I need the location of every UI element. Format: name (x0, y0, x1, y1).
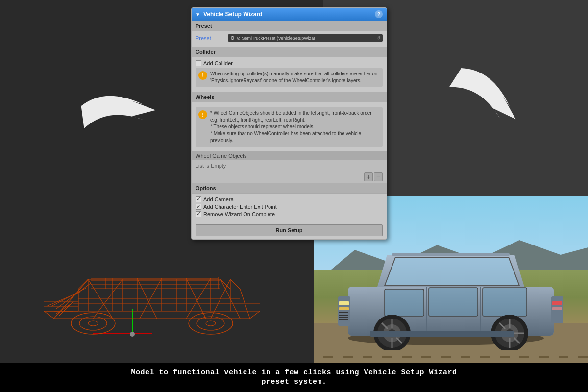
collider-warning: ! When setting up collider(s) manually m… (196, 68, 383, 87)
add-character-row: Add Character Enter Exit Point (196, 204, 383, 210)
svg-point-39 (206, 321, 216, 326)
svg-rect-75 (552, 301, 562, 305)
svg-rect-98 (392, 253, 510, 256)
road-tracks (314, 356, 588, 358)
wizard-panel: ▼ Vehicle Setup Wizard ? Preset Preset ⚙… (191, 7, 387, 240)
warning-icon-1: ! (198, 71, 207, 80)
add-camera-row: Add Camera (196, 196, 383, 202)
collider-section-content: Add Collider ! When setting up collider(… (192, 57, 387, 92)
add-collider-row: Add Collider (196, 60, 383, 66)
rendered-car-svg (328, 233, 573, 350)
svg-point-2 (130, 332, 135, 337)
reset-icon[interactable]: ↺ (376, 35, 380, 41)
svg-marker-61 (385, 257, 519, 286)
wheels-section-content: ! * Wheel GameObjects should be added in… (192, 102, 387, 151)
caption-line-1: Model to functional vehicle in a few cli… (131, 368, 457, 377)
svg-line-45 (59, 301, 74, 316)
preset-section-header: Preset (192, 21, 387, 31)
svg-point-37 (189, 313, 233, 334)
svg-rect-97 (370, 331, 514, 337)
svg-rect-63 (429, 288, 478, 316)
wireframe-car (15, 220, 289, 353)
gear-icon: ⚙ (230, 35, 235, 41)
add-wheel-button[interactable]: + (364, 172, 373, 181)
remove-wizard-checkbox[interactable] (196, 211, 201, 217)
svg-point-36 (88, 321, 98, 326)
svg-rect-70 (339, 312, 348, 313)
caption-line-2: preset system. (261, 378, 326, 386)
options-section-content: Add Camera Add Character Enter Exit Poin… (192, 194, 387, 221)
svg-line-4 (44, 311, 54, 318)
remove-wizard-label: Remove Wizard On Complete (203, 211, 275, 217)
add-collider-label: Add Collider (203, 60, 233, 66)
preset-value-text: ⊙ SemiTruckPreset (VehicleSetupWizardPre… (237, 36, 315, 41)
svg-line-9 (220, 279, 230, 289)
svg-rect-67 (338, 296, 350, 326)
add-camera-checkbox[interactable] (196, 196, 201, 202)
warning-icon-2: ! (198, 110, 207, 119)
remove-wheel-button[interactable]: − (374, 172, 383, 181)
right-arrow (432, 55, 538, 150)
add-collider-checkbox[interactable] (196, 60, 201, 66)
svg-line-51 (56, 283, 91, 309)
help-icon[interactable]: ? (375, 10, 383, 18)
wizard-titlebar: ▼ Vehicle Setup Wizard ? (192, 8, 387, 21)
svg-rect-69 (339, 307, 349, 310)
wizard-title: Vehicle Setup Wizard (203, 11, 263, 18)
list-empty: List is Empty (192, 160, 387, 171)
preset-value[interactable]: ⚙ ⊙ SemiTruckPreset (VehicleSetupWizardP… (228, 34, 383, 42)
collapse-arrow[interactable]: ▼ (196, 12, 200, 17)
add-camera-label: Add Camera (203, 196, 234, 202)
preset-section-content: Preset ⚙ ⊙ SemiTruckPreset (VehicleSetup… (192, 31, 387, 47)
wheel-objects-header: Wheel Game Objects (192, 151, 387, 160)
svg-line-13 (230, 279, 240, 289)
svg-rect-64 (483, 288, 527, 316)
run-setup-button[interactable]: Run Setup (196, 224, 383, 236)
collider-warning-text: When setting up collider(s) manually mak… (210, 71, 380, 84)
svg-line-5 (250, 311, 260, 318)
add-character-label: Add Character Enter Exit Point (203, 204, 277, 210)
collider-section-header: Collider (192, 47, 387, 57)
main-background: ▼ Vehicle Setup Wizard ? Preset Preset ⚙… (0, 0, 588, 363)
svg-rect-72 (339, 317, 348, 318)
wheels-warning-text: * Wheel GameObjects should be added in t… (210, 110, 380, 144)
preset-label: Preset (196, 35, 225, 41)
wheel-objects-label: Wheel Game Objects (196, 153, 247, 159)
svg-line-44 (56, 304, 71, 314)
list-controls: + − (192, 171, 387, 183)
remove-wizard-row: Remove Wizard On Complete (196, 211, 383, 217)
svg-rect-71 (339, 315, 348, 316)
options-section-header: Options (192, 183, 387, 194)
svg-rect-62 (385, 289, 424, 316)
svg-rect-73 (339, 319, 348, 320)
svg-rect-68 (339, 301, 349, 305)
preset-field-row: Preset ⚙ ⊙ SemiTruckPreset (VehicleSetup… (196, 34, 383, 42)
svg-point-34 (71, 313, 115, 334)
add-character-checkbox[interactable] (196, 204, 201, 210)
wheels-section-header: Wheels (192, 92, 387, 102)
wheels-warning: ! * Wheel GameObjects should be added in… (196, 107, 383, 147)
caption-bar: Model to functional vehicle in a few cli… (0, 363, 588, 392)
svg-rect-76 (552, 307, 562, 310)
